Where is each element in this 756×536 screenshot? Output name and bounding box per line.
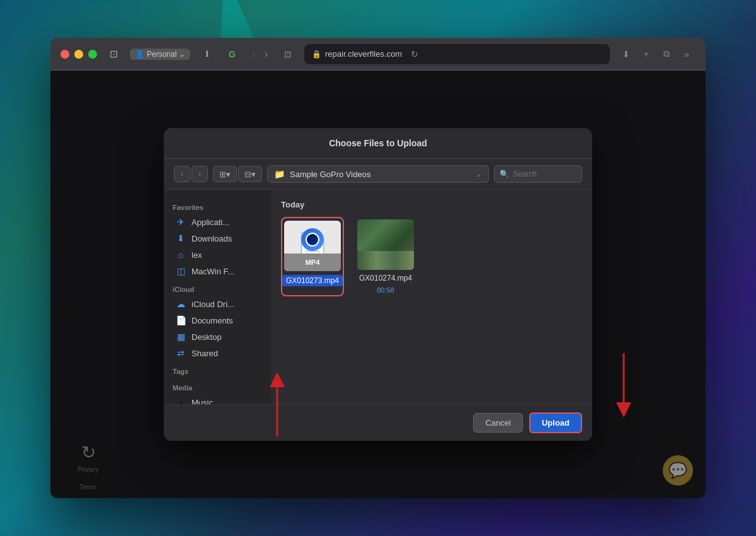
maximize-button[interactable] [88,50,97,59]
home-icon: ⌂ [175,250,186,260]
picker-file-area: Today 📄 MP4 [271,190,592,404]
search-icon: 🔍 [500,170,509,178]
desktop-icon: ▦ [175,332,186,342]
search-input[interactable] [513,170,576,178]
applications-icon: ✈ [175,217,186,227]
profile-chevron-icon: ⌄ [179,50,185,59]
picker-toolbar: ‹ › ⊞▾ ⊟▾ 📁 Sample GoPro Videos ⌄ 🔍 [164,159,592,190]
documents-icon: 📄 [175,315,186,325]
sidebar-item-icloud-drive[interactable]: ☁ iCloud Dri... [166,296,268,312]
downloads-icon: ⬇ [175,233,186,243]
grammarly-button[interactable]: G [223,45,241,63]
new-tab-button[interactable]: ＋ [638,45,655,63]
video-preview-gx010274 [357,219,414,270]
sidebar-toggle-button[interactable]: ⊡ [105,45,122,63]
file-grid: 📄 MP4 GX010273.mp4 [281,217,582,296]
browser-content: 3 Download repaired file ↻ Privacy · Ter… [50,71,706,498]
file-name-gx010273: GX010273.mp4 [282,275,343,286]
media-section-label: Media [164,382,271,394]
location-name: Sample GoPro Videos [290,170,471,179]
sidebar-item-shared-label: Shared [192,349,218,358]
mp4-label: MP4 [306,259,320,266]
picker-nav-buttons: ‹ › [174,166,208,182]
sidebar-item-downloads-label: Downloads [192,234,232,243]
sidebar-item-macwin[interactable]: ◫ MacWin F... [166,263,268,279]
file-duration-gx010274: 00:58 [377,286,394,294]
url-text: repair.cleverfiles.com [325,49,402,59]
picker-back-button[interactable]: ‹ [174,166,190,182]
search-field[interactable]: 🔍 [494,165,582,183]
lock-icon: 🔒 [312,50,321,59]
browser-chrome: ⊡ 👤 Personal ⌄ 𝐈 G ‹ › ⊡ 🔒 repair.clever… [50,38,706,71]
upload-button[interactable]: Upload [529,412,582,433]
cancel-button[interactable]: Cancel [473,413,522,433]
download-button[interactable]: ⬇ [617,45,635,63]
view-toggle: ⊞▾ ⊟▾ [213,166,262,182]
sidebar-item-macwin-label: MacWin F... [192,267,234,276]
browser-window: ⊡ 👤 Personal ⌄ 𝐈 G ‹ › ⊡ 🔒 repair.clever… [50,38,706,498]
traffic-lights [60,50,97,59]
list-view-button[interactable]: ⊟▾ [238,166,262,182]
icon-view-button[interactable]: ⊞▾ [213,166,237,182]
more-button[interactable]: » [678,45,696,63]
picker-footer: Cancel Upload [164,404,592,441]
back-button[interactable]: ‹ [248,46,259,62]
sidebar-item-desktop-label: Desktop [192,332,222,342]
sidebar-item-icloud-drive-label: iCloud Dri... [192,300,234,309]
dialog-title: Choose Files to Upload [164,128,592,159]
file-name-gx010274: GX010274.mp4 [359,274,412,283]
file-thumbnail-gx010274 [357,219,414,270]
sidebar-item-downloads[interactable]: ⬇ Downloads [166,230,268,247]
picker-sidebar: Favorites ✈ Applicati... ⬇ Downloads ⌂ l… [164,190,271,404]
profile-icon: 👤 [135,50,144,59]
file-item-gx010274[interactable]: GX010274.mp4 00:58 [354,217,417,296]
icloud-drive-icon: ☁ [175,299,186,309]
picker-forward-button[interactable]: › [192,166,208,182]
arrow-to-upload [605,347,643,422]
music-icon: ♪ [175,397,186,404]
location-chevron-icon: ⌄ [476,170,482,178]
reload-button[interactable]: ↻ [411,49,418,59]
profile-badge[interactable]: 👤 Personal ⌄ [130,49,190,60]
nav-arrows: ‹ › [248,46,272,62]
sidebar-item-applications-label: Applicati... [192,218,229,227]
profile-name: Personal [147,50,176,59]
forward-button[interactable]: › [261,46,272,62]
icloud-section-label: iCloud [164,283,271,296]
sidebar-item-documents-label: Documents [192,316,233,325]
browser-actions: ⬇ ＋ ⧉ » [617,45,696,63]
tags-section-label: Tags [164,365,271,378]
favorites-section-label: Favorites [164,201,271,214]
minimize-button[interactable] [74,50,83,59]
tab-overview-button[interactable]: ⧉ [658,45,675,63]
folder-icon: 📁 [274,169,285,179]
date-section-label: Today [281,200,582,209]
camera-lens-icon [301,228,324,251]
screen-cast-button[interactable]: ⊡ [279,45,297,63]
sidebar-item-music[interactable]: ♪ Music [166,394,268,404]
text-tool-button[interactable]: 𝐈 [198,45,215,63]
file-picker-dialog: Choose Files to Upload ‹ › ⊞▾ ⊟▾ 📁 Sampl… [164,128,592,441]
macwin-icon: ◫ [175,266,186,276]
close-button[interactable] [60,50,69,59]
sidebar-item-home-label: lex [192,250,202,260]
arrow-to-file [258,373,296,449]
dialog-overlay: Choose Files to Upload ‹ › ⊞▾ ⊟▾ 📁 Sampl… [50,71,706,498]
file-item-gx010273[interactable]: 📄 MP4 GX010273.mp4 [281,217,344,296]
sidebar-item-home[interactable]: ⌂ lex [166,247,268,263]
sidebar-item-music-label: Music [192,398,213,405]
address-bar[interactable]: 🔒 repair.cleverfiles.com ↻ [304,44,610,64]
sidebar-item-shared[interactable]: ⇄ Shared [166,345,268,361]
sidebar-item-applications[interactable]: ✈ Applicati... [166,214,268,230]
file-thumbnail-gx010273: 📄 MP4 [284,221,341,271]
picker-body: Favorites ✈ Applicati... ⬇ Downloads ⌂ l… [164,190,592,404]
shared-icon: ⇄ [175,348,186,358]
sidebar-item-desktop[interactable]: ▦ Desktop [166,329,268,345]
location-selector[interactable]: 📁 Sample GoPro Videos ⌄ [267,165,489,183]
sidebar-item-documents[interactable]: 📄 Documents [166,312,268,329]
